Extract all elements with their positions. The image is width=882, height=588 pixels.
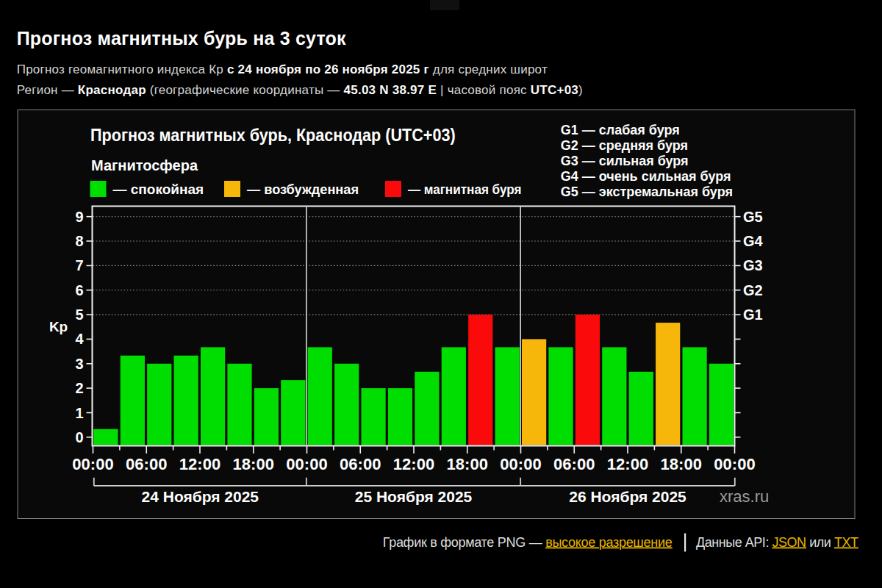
svg-text:Прогноз магнитных бурь, Красно: Прогноз магнитных бурь, Краснодар (UTC+0…	[90, 125, 456, 145]
svg-text:12:00: 12:00	[179, 455, 220, 473]
svg-text:18:00: 18:00	[661, 455, 702, 473]
svg-text:— возбужденная: — возбужденная	[247, 181, 359, 196]
svg-text:— магнитная буря: — магнитная буря	[408, 182, 521, 197]
svg-text:00:00: 00:00	[72, 455, 113, 473]
svg-text:Регион — Краснодар (географиче: Регион — Краснодар (географические коорд…	[17, 83, 583, 97]
svg-text:12:00: 12:00	[607, 455, 648, 473]
svg-text:G5 — экстремальная буря: G5 — экстремальная буря	[561, 184, 733, 199]
svg-text:8: 8	[75, 233, 83, 249]
svg-text:G1 — слабая буря: G1 — слабая буря	[561, 123, 680, 137]
svg-text:3: 3	[75, 356, 83, 372]
svg-text:0: 0	[75, 429, 83, 445]
svg-text:G3: G3	[743, 257, 763, 273]
svg-text:Магнитосфера: Магнитосфера	[91, 157, 198, 173]
svg-text:Данные API: JSON или TXT: Данные API: JSON или TXT	[696, 535, 858, 550]
svg-text:06:00: 06:00	[553, 455, 595, 473]
svg-text:9: 9	[75, 209, 83, 225]
svg-text:График в формате PNG — высокое: График в формате PNG — высокое разрешени…	[383, 535, 673, 550]
svg-text:00:00: 00:00	[500, 455, 541, 473]
svg-text:18:00: 18:00	[447, 455, 488, 473]
svg-text:4: 4	[75, 331, 84, 347]
svg-text:7: 7	[75, 257, 83, 273]
svg-text:00:00: 00:00	[714, 455, 755, 473]
svg-text:G2 — средняя буря: G2 — средняя буря	[561, 138, 688, 153]
svg-text:G2: G2	[743, 282, 763, 298]
svg-text:— спокойная: — спокойная	[113, 182, 204, 197]
svg-text:00:00: 00:00	[286, 455, 327, 473]
svg-text:2: 2	[75, 380, 83, 396]
svg-text:5: 5	[75, 306, 83, 323]
svg-text:G3 — сильная буря: G3 — сильная буря	[561, 154, 689, 168]
svg-text:06:00: 06:00	[126, 455, 167, 473]
svg-text:24 Ноября 2025: 24 Ноября 2025	[142, 488, 259, 505]
svg-text:G4: G4	[743, 233, 764, 249]
svg-text:1: 1	[75, 405, 83, 421]
svg-text:06:00: 06:00	[340, 455, 381, 473]
svg-text:Kp: Kp	[49, 319, 68, 334]
svg-text:G4 — очень сильная буря: G4 — очень сильная буря	[561, 169, 731, 184]
svg-text:Прогноз магнитных бурь на 3 су: Прогноз магнитных бурь на 3 суток	[17, 28, 346, 49]
svg-text:G1: G1	[743, 306, 763, 323]
svg-text:xras.ru: xras.ru	[720, 487, 769, 506]
svg-text:Прогноз геомагнитного индекса: Прогноз геомагнитного индекса Кр с 24 но…	[17, 62, 548, 76]
svg-text:25 Ноября 2025: 25 Ноября 2025	[355, 488, 473, 505]
svg-text:26 Ноября 2025: 26 Ноября 2025	[569, 488, 686, 505]
svg-text:6: 6	[75, 282, 83, 298]
svg-text:G5: G5	[743, 209, 763, 225]
svg-text:18:00: 18:00	[233, 455, 274, 473]
svg-text:12:00: 12:00	[393, 455, 434, 473]
